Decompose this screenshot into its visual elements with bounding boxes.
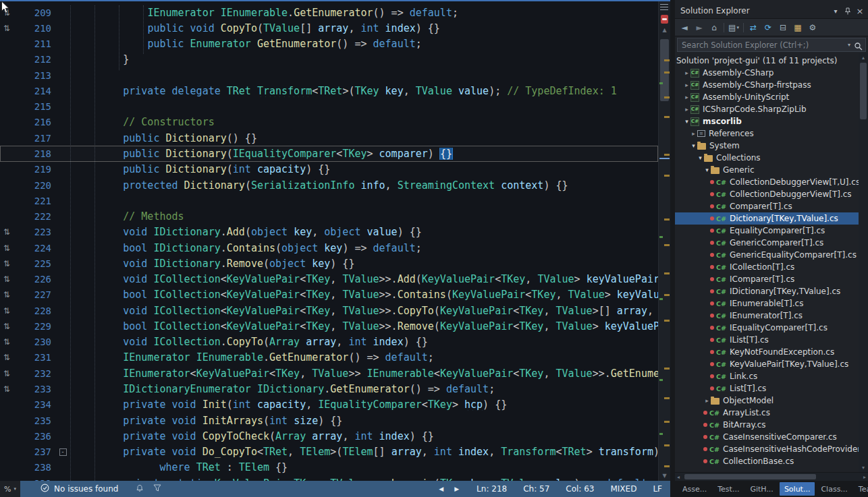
tree-item[interactable]: C#CollectionDebuggerView[T].cs	[675, 188, 859, 200]
code-line[interactable]: 220 protected Dictionary(SerializationIn…	[0, 177, 658, 193]
code-line[interactable]: 236 private void CopyToCheck(Array array…	[0, 428, 658, 444]
search-icon[interactable]	[854, 40, 863, 49]
code-line[interactable]: 219 public Dictionary(int capacity) {}	[0, 162, 658, 177]
scroll-right-icon[interactable]: ▸	[863, 473, 866, 481]
code-line[interactable]: ⇅231 IEnumerator IEnumerable.GetEnumerat…	[0, 350, 658, 366]
code-line[interactable]: ⇅225 void IDictionary.Remove(object key)…	[0, 256, 658, 271]
tree-item[interactable]: C#KeyValuePair[TKey,TValue].cs	[675, 358, 859, 370]
override-glyph-icon[interactable]: ⇅	[0, 243, 20, 253]
code-line[interactable]: ⇅223 void IDictionary.Add(object key, ob…	[0, 225, 658, 240]
line-number[interactable]: 228	[20, 305, 51, 316]
editor-vertical-scrollbar[interactable]: ▲ ▼	[658, 1, 670, 481]
tree-item[interactable]: ▾Collections	[675, 152, 859, 164]
code-line[interactable]: 212 }	[0, 52, 658, 67]
tree-item[interactable]: C#EqualityComparer[T].cs	[675, 225, 859, 237]
tree-item[interactable]: C#ArrayList.cs	[675, 407, 859, 419]
override-glyph-icon[interactable]: ⇅	[0, 369, 20, 378]
bell-icon[interactable]	[136, 484, 144, 494]
expanded-arrow-icon[interactable]: ▾	[697, 154, 704, 161]
tree-item[interactable]: Solution 'project-gui' (11 of 11 project…	[675, 55, 859, 67]
code-line[interactable]: 221	[0, 193, 658, 208]
panel-tab[interactable]: Class...	[816, 482, 852, 496]
code-line[interactable]: ⇅230 void ICollection.CopyTo(Array array…	[0, 334, 658, 350]
panel-tab[interactable]: Tea...	[854, 482, 868, 496]
tree-item[interactable]: C#GenericComparer[T].cs	[675, 237, 859, 249]
back-icon[interactable]: ◄	[677, 21, 692, 34]
code-line[interactable]: 214 private delegate TRet Transform<TRet…	[0, 83, 658, 98]
scroll-up-icon[interactable]: ▴	[859, 55, 868, 61]
tree-item[interactable]: ▾C#mscorlib	[675, 115, 859, 127]
tree-item[interactable]: C#GenericEqualityComparer[T].cs	[675, 249, 859, 261]
line-number[interactable]: 238	[20, 462, 51, 473]
issues-message[interactable]: No issues found	[54, 484, 118, 494]
line-number[interactable]: 221	[20, 196, 51, 206]
line-number[interactable]: 212	[20, 54, 51, 65]
filter-icon[interactable]	[153, 484, 161, 494]
tree-item[interactable]: C#KeyNotFoundException.cs	[675, 346, 859, 358]
code-line[interactable]: 213	[0, 67, 658, 83]
code-line[interactable]: 238 where TRet : TElem {}	[0, 460, 658, 475]
line-number[interactable]: 237	[20, 446, 51, 457]
expanded-arrow-icon[interactable]: ▾	[690, 142, 697, 149]
show-all-files-icon[interactable]: ▦	[790, 21, 805, 34]
code-line[interactable]: 239 private static KeyValuePair<TKey, TV…	[0, 475, 658, 481]
line-number[interactable]: 239	[20, 478, 51, 481]
scrollbar-thumb[interactable]	[660, 39, 669, 101]
tree-item[interactable]: ▸C#Assembly-CSharp-firstpass	[675, 79, 859, 91]
zoom-control[interactable]: % ▾	[0, 481, 20, 497]
line-number[interactable]: 219	[20, 164, 51, 175]
line-number[interactable]: 215	[20, 101, 51, 112]
override-glyph-icon[interactable]: ⇅	[0, 290, 20, 299]
chevron-down-icon[interactable]: ▾	[830, 5, 842, 16]
line-number[interactable]: 209	[20, 7, 51, 18]
tree-item[interactable]: C#CaseInsensitiveHashCodeProvider.cs	[675, 443, 859, 455]
line-number[interactable]: 214	[20, 86, 51, 96]
collapsed-arrow-icon[interactable]: ▸	[683, 69, 690, 76]
code-line[interactable]: 234 private void Init(int capacity, IEqu…	[0, 397, 658, 413]
code-line[interactable]: ⇅233 IDictionaryEnumerator IDictionary.G…	[0, 381, 658, 397]
scrollbar-thumb[interactable]	[860, 63, 867, 119]
collapsed-arrow-icon[interactable]: ▸	[683, 94, 690, 100]
line-number[interactable]: 232	[20, 368, 51, 379]
code-line[interactable]: ⇅229 bool ICollection<KeyValuePair<TKey,…	[0, 318, 658, 334]
override-glyph-icon[interactable]: ⇅	[0, 384, 20, 394]
code-line[interactable]: ⇅227 bool ICollection<KeyValuePair<TKey,…	[0, 287, 658, 303]
tree-item[interactable]: C#List[T].cs	[675, 382, 859, 394]
tree-item[interactable]: C#IEnumerator[T].cs	[675, 310, 859, 322]
tree-item[interactable]: C#Comparer[T].cs	[675, 200, 859, 212]
expanded-arrow-icon[interactable]: ▾	[703, 167, 711, 173]
tree-item[interactable]: ▾Generic	[675, 164, 859, 176]
search-options-chevron-icon[interactable]: ▾	[848, 42, 850, 48]
code-line[interactable]: ⇅224 bool IDictionary.Contains(object ke…	[0, 240, 658, 256]
switch-views-icon[interactable]: ▤▾	[726, 21, 741, 34]
line-number[interactable]: 210	[20, 23, 51, 34]
collapsed-arrow-icon[interactable]: ▸	[690, 130, 697, 137]
search-input[interactable]	[677, 38, 866, 52]
collapse-all-icon[interactable]: ⊟	[776, 21, 790, 34]
code-line[interactable]: 216 // Constructors	[0, 115, 658, 130]
column-indicator[interactable]: Col: 63	[566, 484, 594, 494]
tree-item[interactable]: C#IList[T].cs	[675, 334, 859, 346]
override-glyph-icon[interactable]: ⇅	[0, 259, 20, 268]
tree-item[interactable]: C#ICollection[T].cs	[675, 261, 859, 273]
encoding-indicator[interactable]: MIXED	[610, 484, 636, 494]
tree-item[interactable]: C#IComparer[T].cs	[675, 273, 859, 285]
line-number[interactable]: 216	[20, 117, 51, 127]
line-number[interactable]: 217	[20, 133, 51, 144]
tree-item[interactable]: ▸ObjectModel	[675, 394, 859, 407]
line-ending-indicator[interactable]: LF	[653, 484, 662, 494]
tree-item[interactable]: C#CollectionBase.cs	[675, 455, 859, 467]
tree-item[interactable]: ▸C#Assembly-UnityScript	[675, 91, 859, 103]
close-icon[interactable]: ×	[854, 5, 866, 16]
scroll-left-icon[interactable]: ◀	[439, 486, 443, 492]
override-glyph-icon[interactable]: ⇅	[0, 8, 20, 18]
explorer-vertical-scrollbar[interactable]: ▴ ▾	[859, 53, 868, 472]
collapsed-arrow-icon[interactable]: ▸	[703, 397, 711, 404]
solution-explorer-titlebar[interactable]: Solution Explorer ▾ ×	[675, 3, 868, 18]
line-number[interactable]: 224	[20, 243, 51, 254]
tree-item[interactable]: C#Link.cs	[675, 370, 859, 382]
code-editor[interactable]: ⇅209 IEnumerator IEnumerable.GetEnumerat…	[0, 0, 670, 481]
tree-item[interactable]: ▸C#ICSharpCode.SharpZipLib	[675, 103, 859, 115]
line-number[interactable]: 233	[20, 384, 51, 394]
expanded-arrow-icon[interactable]: ▾	[683, 118, 690, 125]
